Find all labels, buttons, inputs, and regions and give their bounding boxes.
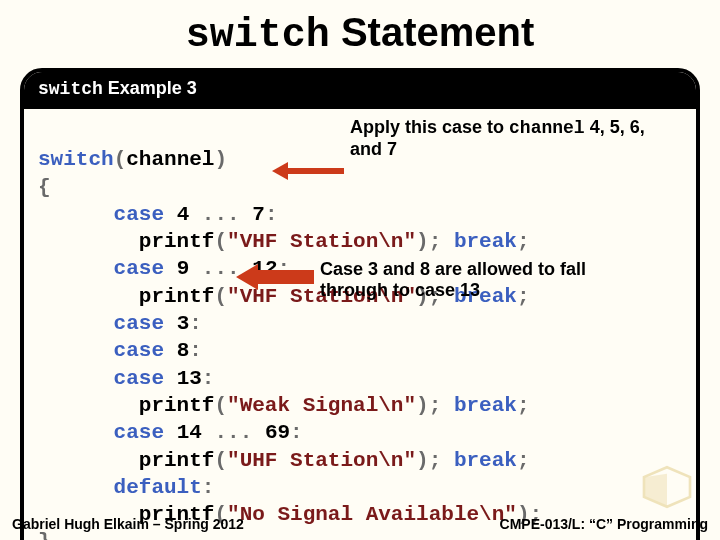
num-9: 9	[164, 257, 202, 280]
fn-printf: printf	[38, 230, 214, 253]
colon: :	[189, 339, 202, 362]
ident-channel: channel	[126, 148, 214, 171]
panel-header-mono: switch	[38, 79, 103, 99]
fn-printf: printf	[38, 449, 214, 472]
kw-break: break	[454, 394, 517, 417]
num-13: 13	[164, 367, 202, 390]
kw-case: case	[38, 257, 164, 280]
colon: :	[290, 421, 303, 444]
kw-default: default	[38, 476, 202, 499]
num-4: 4	[164, 203, 202, 226]
dot: .	[214, 203, 227, 226]
num-14: 14	[164, 421, 214, 444]
kw-break: break	[454, 449, 517, 472]
kw-case: case	[38, 312, 164, 335]
paren-close-semi: );	[416, 394, 441, 417]
semi: ;	[517, 394, 530, 417]
space	[441, 449, 454, 472]
kw-case: case	[38, 421, 164, 444]
annotation-fallthrough: Case 3 and 8 are allowed to fall through…	[320, 259, 650, 300]
kw-break: break	[454, 230, 517, 253]
code-body: switch(channel) { case 4 ... 7: printf("…	[24, 109, 696, 540]
annotation-range: Apply this case to channel 4, 5, 6, and …	[350, 117, 680, 159]
paren-open: (	[114, 148, 127, 171]
paren-open: (	[214, 394, 227, 417]
str-uhf: "UHF Station\n"	[227, 449, 416, 472]
str-weak: "Weak Signal\n"	[227, 394, 416, 417]
paren-close-semi: );	[416, 449, 441, 472]
dot: .	[227, 203, 240, 226]
space	[441, 394, 454, 417]
ann1-pre: Apply this case to	[350, 117, 509, 137]
colon: :	[202, 367, 215, 390]
colon: :	[202, 476, 215, 499]
paren-close: )	[214, 148, 227, 171]
str-vhf1: "VHF Station\n"	[227, 230, 416, 253]
dot: .	[202, 203, 215, 226]
fn-printf: printf	[38, 394, 214, 417]
title-mono: switch	[186, 13, 330, 58]
title-rest: Statement	[330, 10, 535, 54]
colon: :	[189, 312, 202, 335]
kw-case: case	[38, 339, 164, 362]
ann1-mono: channel	[509, 118, 585, 138]
paren-close-semi: );	[416, 230, 441, 253]
footer-course: CMPE-013/L: “C” Programming	[500, 516, 708, 532]
num-69: 69	[252, 421, 290, 444]
num-3: 3	[164, 312, 189, 335]
dot: .	[227, 421, 240, 444]
num-8: 8	[164, 339, 189, 362]
brace-open: {	[38, 176, 51, 199]
fn-printf: printf	[38, 285, 214, 308]
semi: ;	[517, 230, 530, 253]
num-7: 7	[240, 203, 265, 226]
panel-header: switch Example 3	[24, 72, 696, 109]
footer-author: Gabriel Hugh Elkaim – Spring 2012	[12, 516, 244, 532]
slide-title: switch Statement	[0, 10, 720, 58]
paren-open: (	[214, 449, 227, 472]
kw-case: case	[38, 367, 164, 390]
dot: .	[214, 257, 227, 280]
panel-header-rest: Example 3	[103, 78, 197, 98]
paren-open: (	[214, 285, 227, 308]
footer: Gabriel Hugh Elkaim – Spring 2012 CMPE-0…	[12, 516, 708, 532]
arrow-left-icon	[236, 264, 314, 290]
space	[441, 230, 454, 253]
dot: .	[240, 421, 253, 444]
code-example-panel: switch Example 3 switch(channel) { case …	[20, 68, 700, 540]
arrow-left-icon	[272, 164, 344, 178]
dot: .	[202, 257, 215, 280]
paren-open: (	[214, 230, 227, 253]
kw-switch: switch	[38, 148, 114, 171]
dot: .	[214, 421, 227, 444]
colon: :	[265, 203, 278, 226]
kw-case: case	[38, 203, 164, 226]
semi: ;	[517, 449, 530, 472]
